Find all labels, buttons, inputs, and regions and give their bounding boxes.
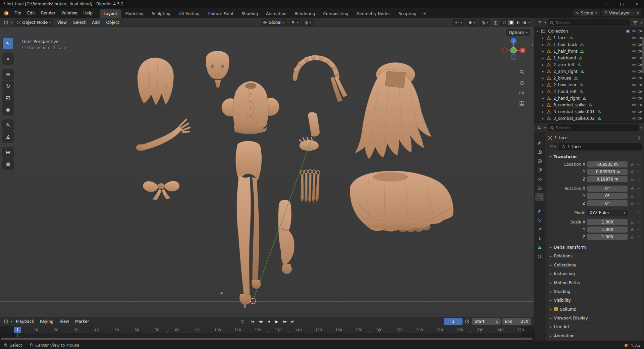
lock-icon[interactable] bbox=[630, 177, 635, 181]
disclosure-caret-icon[interactable]: ▸ bbox=[541, 43, 545, 46]
location-y-field[interactable]: -0.039333 m bbox=[587, 169, 628, 175]
disclosure-caret-icon[interactable]: ▸ bbox=[541, 77, 545, 80]
proportional-editing-dropdown[interactable]: ◎ ▾ bbox=[302, 19, 314, 26]
tool-tab[interactable] bbox=[535, 139, 544, 147]
gizmo-z-label[interactable]: Z bbox=[513, 40, 515, 43]
animate-dot-icon[interactable]: • bbox=[637, 221, 640, 224]
shading-rendered-button[interactable]: ◕ bbox=[522, 20, 528, 25]
animate-dot-icon[interactable]: • bbox=[637, 170, 640, 173]
model-forearm[interactable] bbox=[308, 112, 320, 137]
filter-icon[interactable] bbox=[632, 19, 639, 26]
viewlayer-remove-icon[interactable]: × bbox=[636, 11, 639, 15]
model-hand[interactable] bbox=[299, 138, 319, 151]
workspace-tab-uv-editing[interactable]: UV Editing bbox=[174, 9, 204, 18]
editor-type-icon[interactable] bbox=[3, 19, 9, 26]
workspace-tab-scripting[interactable]: Scripting bbox=[394, 9, 420, 18]
move-tool[interactable]: ⊕ bbox=[3, 69, 13, 80]
animate-dot-icon[interactable]: • bbox=[637, 195, 640, 198]
material-tab[interactable] bbox=[535, 252, 544, 260]
outliner-item-1-hairband[interactable]: ▸1_hairband bbox=[534, 55, 644, 61]
outliner-scrollbar[interactable] bbox=[642, 37, 644, 73]
pan-hand-icon[interactable] bbox=[518, 79, 526, 86]
workspace-tab-animation[interactable]: Animation bbox=[262, 9, 290, 18]
disclosure-caret-icon[interactable]: ▸ bbox=[541, 56, 545, 60]
timeline-editor-icon[interactable] bbox=[3, 318, 9, 325]
outliner-item-3-combat-spike-003[interactable]: ▸3_combat_spike.003 bbox=[534, 122, 644, 122]
mode-dropdown[interactable]: Object Mode ▾ bbox=[14, 19, 53, 26]
output-tab[interactable] bbox=[535, 157, 544, 165]
animate-dot-icon[interactable]: • bbox=[637, 228, 640, 231]
model-legs[interactable] bbox=[237, 174, 261, 308]
outliner-item-2-blouse[interactable]: ▸2_blouse bbox=[534, 75, 644, 82]
animate-dot-icon[interactable]: • bbox=[637, 163, 640, 166]
properties-editor-icon[interactable] bbox=[536, 124, 543, 131]
lock-icon[interactable] bbox=[630, 201, 635, 205]
viewport-3d[interactable]: User Perspective (1) Collection | 1_face… bbox=[0, 27, 534, 317]
disable-camera-icon[interactable] bbox=[638, 76, 642, 81]
disable-camera-icon[interactable] bbox=[638, 69, 642, 74]
timeline-track-area[interactable] bbox=[0, 333, 534, 337]
section-viewport-display[interactable]: ▸Viewport Display bbox=[548, 314, 642, 322]
disable-camera-icon[interactable] bbox=[638, 36, 642, 40]
section-collections[interactable]: ▸Collections bbox=[548, 261, 642, 269]
workspace-tab-shading[interactable]: Shading bbox=[237, 9, 262, 18]
workspace-tab-texture-paint[interactable]: Texture Paint bbox=[204, 9, 237, 18]
lock-icon[interactable] bbox=[630, 170, 635, 174]
menu-object[interactable]: Object bbox=[104, 20, 121, 25]
gizmo-x-label[interactable]: X bbox=[522, 49, 524, 52]
editor-type-caret-icon[interactable]: ▾ bbox=[11, 21, 13, 24]
section-shading[interactable]: ▸Shading bbox=[548, 288, 642, 296]
outliner-item-1-hair-back[interactable]: ▸1_hair_back bbox=[534, 41, 644, 48]
disable-camera-icon[interactable] bbox=[638, 62, 642, 67]
overlays-dropdown[interactable]: ◎ ▾ bbox=[479, 19, 490, 26]
measure-tool[interactable]: ∡ bbox=[3, 132, 13, 142]
scale-tool[interactable]: ◱ bbox=[3, 93, 13, 103]
outliner-search-input[interactable] bbox=[548, 19, 631, 26]
hide-eye-icon[interactable] bbox=[632, 36, 636, 40]
disable-camera-icon[interactable] bbox=[638, 29, 642, 34]
viewlayer-selector[interactable]: ViewLayer ⊞ × bbox=[601, 9, 641, 16]
add-workspace-button[interactable]: + bbox=[420, 9, 429, 18]
menu-edit[interactable]: Edit bbox=[24, 9, 38, 17]
menu-add[interactable]: Add bbox=[90, 20, 102, 25]
workspace-tab-sculpting[interactable]: Sculpting bbox=[148, 9, 174, 18]
next-keyframe-button[interactable]: ◆▶ bbox=[281, 318, 288, 325]
disclosure-caret-icon[interactable]: ▸ bbox=[541, 103, 545, 107]
disable-camera-icon[interactable] bbox=[638, 96, 642, 101]
viewlayer-add-icon[interactable]: ⊞ bbox=[632, 11, 635, 15]
xray-toggle[interactable]: ◫ bbox=[492, 19, 499, 26]
frame-start-field[interactable]: Start 1 bbox=[472, 318, 501, 325]
lock-icon[interactable] bbox=[630, 187, 635, 191]
sollumz-tool[interactable]: ≣ bbox=[3, 159, 13, 169]
model-hairband[interactable] bbox=[294, 55, 347, 102]
disable-camera-icon[interactable] bbox=[638, 56, 642, 60]
visibility-dropdown[interactable]: ▾ bbox=[452, 19, 465, 26]
ortho-grid-icon[interactable] bbox=[518, 100, 526, 107]
hide-eye-icon[interactable] bbox=[632, 42, 636, 47]
lock-icon[interactable] bbox=[630, 194, 635, 198]
current-frame-field[interactable]: 1 bbox=[444, 318, 463, 325]
hide-eye-icon[interactable] bbox=[632, 116, 636, 121]
model-face[interactable] bbox=[206, 51, 229, 88]
model-hair-front[interactable] bbox=[138, 58, 174, 105]
annotate-tool[interactable]: ✎ bbox=[3, 120, 13, 131]
zoom-icon[interactable] bbox=[518, 68, 526, 76]
collection-checkbox-icon[interactable] bbox=[626, 29, 630, 34]
play-reverse-button[interactable]: ◀ bbox=[265, 318, 272, 325]
hide-eye-icon[interactable] bbox=[632, 62, 636, 67]
section-relations[interactable]: ▸Relations bbox=[548, 252, 642, 260]
lock-icon[interactable] bbox=[630, 235, 635, 239]
section-animation[interactable]: ▸Animation bbox=[548, 332, 642, 340]
hide-eye-icon[interactable] bbox=[632, 103, 636, 107]
scale-x-field[interactable]: 1.000 bbox=[587, 219, 628, 225]
disclosure-caret-icon[interactable]: ▸ bbox=[541, 97, 545, 100]
model-hair-back[interactable] bbox=[355, 62, 431, 159]
outliner-editor-icon[interactable] bbox=[536, 19, 543, 26]
rotation-x-field[interactable]: 0° bbox=[587, 186, 628, 192]
disable-camera-icon[interactable] bbox=[638, 103, 642, 107]
animate-dot-icon[interactable]: • bbox=[637, 236, 640, 239]
outliner-item-2-hand-right[interactable]: ▸2_hand_right bbox=[534, 95, 644, 102]
scene-selector[interactable]: Scene × bbox=[573, 9, 600, 16]
workspace-tab-geometry-nodes[interactable]: Geometry Nodes bbox=[353, 9, 394, 18]
disable-camera-icon[interactable] bbox=[638, 109, 642, 114]
